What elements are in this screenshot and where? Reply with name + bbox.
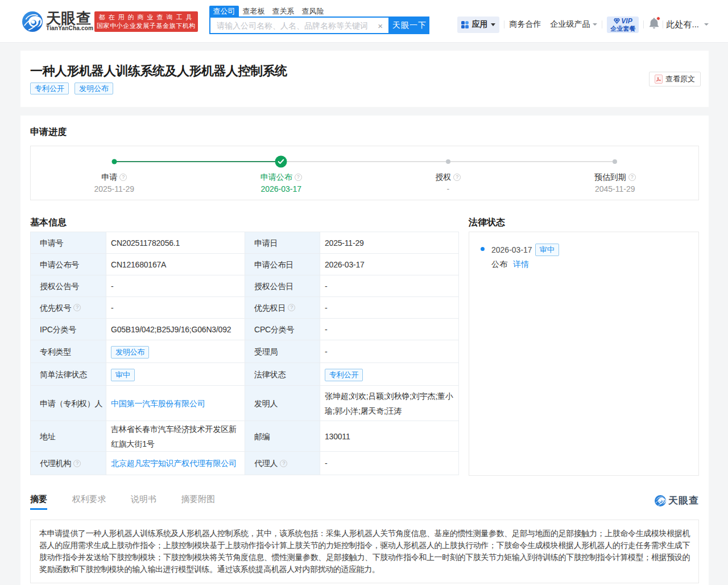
applicant-link[interactable]: 中国第一汽车股份有限公司 bbox=[111, 399, 205, 408]
row-label: 受理局 bbox=[245, 340, 320, 363]
row-value: - bbox=[320, 297, 459, 319]
search-tab-relation[interactable]: 查关系 bbox=[268, 6, 298, 17]
postcode-value: 130011 bbox=[320, 421, 459, 452]
tianyancha-logo-icon bbox=[655, 495, 666, 506]
legal-status-tag: 审中 bbox=[535, 244, 559, 256]
divider bbox=[663, 20, 663, 28]
timeline-node bbox=[446, 159, 450, 164]
timeline-step-application: 申请? 2025-11-29 bbox=[31, 146, 198, 193]
timeline-step-estimated-expiry: 预估到期? 2045-11-29 bbox=[532, 146, 699, 193]
legal-status-item: 2026-03-17 审中 公布 详情 bbox=[481, 244, 698, 270]
help-icon[interactable]: ? bbox=[288, 304, 295, 311]
tab-abstract[interactable]: 摘要 bbox=[30, 494, 47, 510]
row-value: - bbox=[106, 297, 245, 319]
row-label: 申请公布日 bbox=[245, 254, 320, 275]
abstract-text: 本申请提供了一种人形机器人训练系统及人形机器人控制系统，其中，该系统包括：采集人… bbox=[39, 528, 690, 575]
row-value: 2025-11-29 bbox=[320, 232, 459, 254]
watermark-logo: 天眼查 bbox=[655, 494, 699, 507]
clear-input-icon[interactable]: × bbox=[378, 20, 383, 32]
progress-section-title: 申请进度 bbox=[30, 126, 699, 138]
tag-invention-publication: 发明公布 bbox=[75, 83, 113, 94]
row-label: 授权公告号 bbox=[31, 275, 106, 297]
logo[interactable]: 天眼查 TianYanCha.com bbox=[22, 11, 93, 32]
content-columns: 基本信息 申请号 CN202511782056.1 申请日 2025-11-29… bbox=[30, 216, 699, 476]
help-icon[interactable]: ? bbox=[295, 174, 302, 181]
divider bbox=[643, 20, 644, 28]
search-button[interactable]: 天眼一下 bbox=[390, 17, 429, 34]
logo-text: 天眼查 TianYanCha.com bbox=[46, 11, 93, 32]
legal-detail-link[interactable]: 详情 bbox=[513, 259, 529, 269]
timeline-step-label: 预估到期 bbox=[594, 173, 626, 182]
header-nav: 应用 商务合作 企业级产品 VIP 企业套餐 bbox=[457, 16, 709, 33]
table-row: 代理机构? 北京超凡宏宇知识产权代理有限公司 代理人? - bbox=[31, 452, 459, 475]
tag-patent-publication: 专利公开 bbox=[30, 83, 69, 94]
timeline-step-date: 2025-11-29 bbox=[31, 184, 198, 193]
chevron-down-icon bbox=[704, 23, 709, 26]
row-label: 邮编 bbox=[245, 421, 320, 452]
table-row: 申请号 CN202511782056.1 申请日 2025-11-29 bbox=[31, 232, 459, 254]
row-label: 代理人 bbox=[254, 456, 278, 471]
timeline-node bbox=[275, 156, 287, 168]
patent-detail-card: 申请进度 申请? 2025-11-29 申请公布? 2026-03-17 bbox=[20, 116, 709, 585]
document-tabs: 摘要 权利要求 说明书 摘要附图 天眼查 bbox=[30, 494, 699, 510]
timeline-dot-pending bbox=[446, 159, 450, 164]
timeline-node bbox=[613, 159, 617, 164]
nav-business-cooperation[interactable]: 商务合作 bbox=[509, 19, 541, 30]
basic-info-section-title: 基本信息 bbox=[30, 216, 458, 229]
view-original-button[interactable]: 查看原文 bbox=[649, 72, 701, 86]
search-tab-company[interactable]: 查公司 bbox=[209, 6, 239, 17]
apps-grid-icon bbox=[461, 21, 469, 28]
legal-status-date: 2026-03-17 bbox=[491, 245, 532, 254]
row-label: 申请日 bbox=[245, 232, 320, 254]
row-value: 2026-03-17 bbox=[320, 254, 459, 275]
table-row: 专利类型 发明公布 受理局 - bbox=[31, 340, 459, 363]
tab-abstract-figure[interactable]: 摘要附图 bbox=[181, 494, 215, 508]
user-menu-label: 此处有... bbox=[666, 19, 699, 30]
table-row: 地址 吉林省长春市汽车经济技术开发区新红旗大街1号 邮编 130011 bbox=[31, 421, 459, 452]
row-value: - bbox=[320, 319, 459, 340]
row-label: 专利类型 bbox=[31, 340, 106, 363]
row-label: 法律状态 bbox=[245, 363, 320, 386]
notification-bell[interactable] bbox=[648, 17, 660, 30]
chevron-down-icon bbox=[593, 23, 597, 26]
help-icon[interactable]: ? bbox=[73, 460, 81, 467]
pdf-icon bbox=[655, 75, 663, 84]
row-label: 申请公布号 bbox=[31, 254, 106, 275]
vip-package-badge[interactable]: VIP 企业套餐 bbox=[607, 17, 639, 33]
legal-status-tag: 专利公开 bbox=[325, 369, 363, 381]
legal-event-row: 公布 详情 bbox=[491, 259, 698, 270]
agency-link[interactable]: 北京超凡宏宇知识产权代理有限公司 bbox=[111, 459, 237, 468]
vip-label: VIP bbox=[621, 18, 632, 25]
row-label: IPC分类号 bbox=[31, 319, 106, 340]
timeline-dot-pending bbox=[613, 159, 617, 164]
user-menu[interactable]: 此处有... bbox=[666, 19, 709, 30]
help-icon[interactable]: ? bbox=[119, 174, 127, 181]
timeline-step-grant: 授权? - bbox=[365, 146, 532, 193]
search-tab-boss[interactable]: 查老板 bbox=[239, 6, 268, 17]
help-icon[interactable]: ? bbox=[628, 174, 636, 181]
agent-value: - bbox=[320, 452, 459, 475]
search-bar: × 天眼一下 bbox=[209, 17, 429, 34]
vip-package-label: 企业套餐 bbox=[610, 25, 635, 32]
page-content: 一种人形机器人训练系统及人形机器人控制系统 专利公开 发明公布 查看原文 申请进… bbox=[0, 51, 728, 585]
simple-legal-status-tag: 审中 bbox=[111, 369, 135, 381]
row-label: 申请号 bbox=[31, 232, 106, 254]
nav-enterprise-products[interactable]: 企业级产品 bbox=[550, 19, 590, 30]
help-icon[interactable]: ? bbox=[453, 174, 461, 181]
site-header: 天眼查 TianYanCha.com 都在用的商业查询工具 国家中小企业发展子基… bbox=[0, 0, 728, 43]
help-icon[interactable]: ? bbox=[280, 460, 287, 467]
help-icon[interactable]: ? bbox=[73, 304, 81, 311]
search-input[interactable] bbox=[210, 18, 388, 33]
row-value: CN121680167A bbox=[106, 254, 245, 275]
patent-tag-row: 专利公开 发明公布 bbox=[30, 83, 699, 94]
tianyancha-logo-icon bbox=[22, 11, 43, 32]
apps-menu[interactable]: 应用 bbox=[457, 17, 499, 33]
tab-claims[interactable]: 权利要求 bbox=[72, 494, 106, 508]
row-label: 代理机构 bbox=[40, 456, 71, 471]
row-label: 发明人 bbox=[245, 386, 320, 421]
search-module: 查公司 查老板 查关系 查风险 × 天眼一下 bbox=[209, 6, 429, 34]
page-title: 一种人形机器人训练系统及人形机器人控制系统 bbox=[30, 63, 699, 79]
search-tab-risk[interactable]: 查风险 bbox=[298, 6, 328, 17]
tab-description[interactable]: 说明书 bbox=[131, 494, 156, 508]
apps-label: 应用 bbox=[471, 19, 487, 30]
